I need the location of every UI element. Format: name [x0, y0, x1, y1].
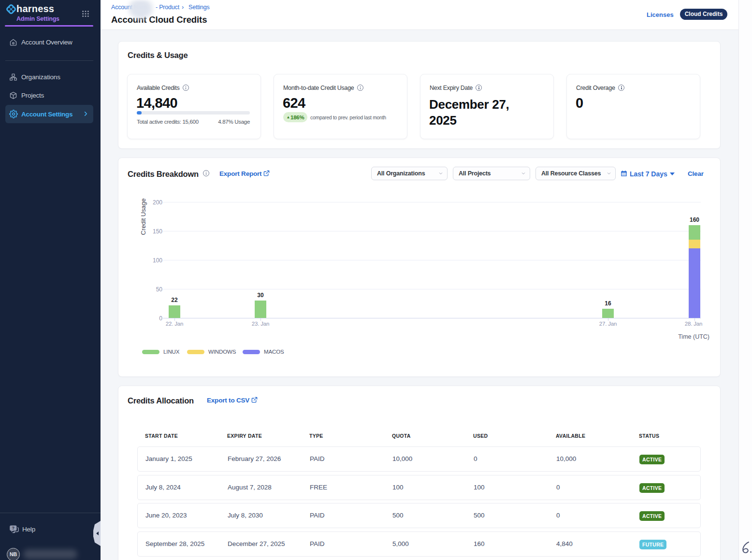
svg-text:?: ? — [12, 526, 15, 531]
